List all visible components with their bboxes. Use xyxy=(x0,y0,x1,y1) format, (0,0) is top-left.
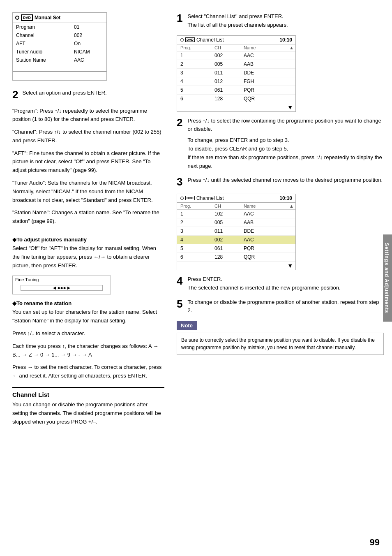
right-column: 1 Select "Channel List" and press ENTER.… xyxy=(173,12,384,544)
program-option-text: "Program": Press ↑/↓ repeatedly to selec… xyxy=(12,107,164,124)
cl-time1: 10:10 xyxy=(279,37,292,43)
cell-name: AAC xyxy=(240,51,277,60)
cell-empty xyxy=(277,253,295,261)
cell-prog: 2 xyxy=(177,218,211,227)
side-tab: Settings and Adjustments xyxy=(383,234,392,322)
cell-empty xyxy=(277,86,295,94)
cell-ch: 011 xyxy=(211,68,240,77)
row-value: On xyxy=(71,39,106,48)
channel-list-intro: You can change or disable the programme … xyxy=(12,401,164,426)
cell-name: AAC xyxy=(240,209,277,218)
channel-list-section-heading: Channel List xyxy=(12,391,164,398)
manual-set-table: Program 01 Channel 002 AFT On Tuner Audi… xyxy=(13,23,106,80)
fine-tuning-bar: ◄ ► xyxy=(21,285,103,291)
table-row: 2 005 AAB xyxy=(177,218,295,227)
table-row: 6 128 QQR xyxy=(177,94,295,103)
step2-right-block: 2 Press ↑/↓ to select the row containing… xyxy=(177,117,384,171)
step3-right-number: 3 xyxy=(177,176,182,188)
cell-empty xyxy=(277,68,295,77)
rename-station-section: ◆To rename the station You can set up to… xyxy=(12,300,164,380)
cell-ch: 061 xyxy=(211,244,240,253)
table-row: Station Name AAC xyxy=(13,56,106,64)
rename-body2: Press ↑/↓ to select a character. xyxy=(12,329,164,338)
step4-content: Press ENTER. The selected channel is ins… xyxy=(187,275,384,292)
circle-icon xyxy=(15,16,19,20)
cell-prog: 5 xyxy=(177,86,211,94)
cl-time2: 10:10 xyxy=(279,195,292,201)
table-row: 4 012 FGH xyxy=(177,77,295,86)
cell-prog: 5 xyxy=(177,244,211,253)
cell-empty xyxy=(277,94,295,103)
table-row xyxy=(13,72,106,81)
cell-empty xyxy=(277,60,295,68)
row-value: NICAM xyxy=(71,48,106,56)
dvd-icon: DVD xyxy=(21,14,33,21)
rename-station-title: ◆To rename the station xyxy=(12,300,164,306)
row-label: AFT xyxy=(13,39,71,48)
fine-tuning-indicator: ◄ ► xyxy=(52,285,71,291)
channel-list-table2: DVD Channel List 10:10 Prog. CH Name ▲ 1… xyxy=(177,194,296,270)
step3-right-block: 3 Press ↑/↓ until the selected channel r… xyxy=(177,176,384,188)
cl-header2: DVD Channel List 10:10 xyxy=(177,194,295,203)
cell-name: FGH xyxy=(240,77,277,86)
cell-name: AAC xyxy=(240,235,277,244)
dot1 xyxy=(58,287,60,289)
rename-body3: Each time you press ↑, the character cha… xyxy=(12,342,164,359)
step2-right-content: Press ↑/↓ to select the row containing t… xyxy=(187,117,384,171)
table-row: Tuner Audio NICAM xyxy=(13,48,106,56)
col-ch: CH xyxy=(211,44,240,51)
table-row: 1 102 AAC xyxy=(177,209,295,218)
step1-block: 1 Select "Channel List" and press ENTER.… xyxy=(177,12,384,30)
cell-name: PQR xyxy=(240,86,277,94)
cl-title1: Channel List xyxy=(196,37,224,43)
scroll-down-arrow: ▼ xyxy=(177,103,295,111)
adjust-pictures-title: ◆To adjust pictures manually xyxy=(12,236,164,243)
scroll-down-arrow2: ▼ xyxy=(177,262,295,270)
step2-sub3: If there are more than six programme pos… xyxy=(187,153,384,171)
cl-title2: Channel List xyxy=(196,195,224,201)
cell-prog: 3 xyxy=(177,68,211,77)
table-row: 3 011 DDE xyxy=(177,227,295,235)
channel-option-text: "Channel": Press ↑/↓ to select the chann… xyxy=(12,128,164,145)
cell-prog: 2 xyxy=(177,60,211,68)
cell-empty xyxy=(277,209,295,218)
cl-table1: Prog. CH Name ▲ 1 002 AAC 2 005 AAB xyxy=(177,44,295,103)
manual-set-box: DVD Manual Set Program 01 Channel 002 AF… xyxy=(12,12,107,81)
left-arrow-icon: ◄ xyxy=(52,285,57,291)
cell-empty xyxy=(277,218,295,227)
step5-text: To change or disable the programme posit… xyxy=(187,298,384,315)
fine-tuning-box: Fine Tuning ◄ ► xyxy=(12,276,111,294)
cell-ch: 061 xyxy=(211,86,240,94)
cell-name: QQR xyxy=(240,94,277,103)
page-number: 99 xyxy=(370,537,380,548)
adjust-pictures-section: ◆To adjust pictures manually Select "Off… xyxy=(12,236,164,270)
step2-sub2: To disable, press CLEAR and go to step 5… xyxy=(187,145,384,153)
row-value: 002 xyxy=(71,31,106,39)
fine-tuning-bar-container: ◄ ► xyxy=(13,283,111,294)
aft-option-text: "AFT": Fine tunes the channel to obtain … xyxy=(12,149,164,175)
table-row xyxy=(13,64,106,72)
manual-set-header: DVD Manual Set xyxy=(13,13,106,23)
manual-set-title: Manual Set xyxy=(35,15,60,21)
cell-name: QQR xyxy=(240,253,277,261)
cell-empty xyxy=(277,235,295,244)
step1-text: Select "Channel List" and press ENTER. xyxy=(187,12,384,21)
step4-block: 4 Press ENTER. The selected channel is i… xyxy=(177,275,384,292)
cl-header1: DVD Channel List 10:10 xyxy=(177,36,295,44)
cell-name: DDE xyxy=(240,68,277,77)
cell-empty xyxy=(277,51,295,60)
row-divider xyxy=(13,64,106,72)
channel-list-table1: DVD Channel List 10:10 Prog. CH Name ▲ 1… xyxy=(177,35,296,112)
step3-right-content: Press ↑/↓ until the selected channel row… xyxy=(187,176,384,185)
step2-sub1: To change, press ENTER and go to step 3. xyxy=(187,136,384,145)
cell-name: PQR xyxy=(240,244,277,253)
adjust-pictures-body: Select "Off" for "AFT" in the display fo… xyxy=(12,244,164,270)
col-name2: Name xyxy=(240,203,277,210)
section-divider xyxy=(12,387,164,388)
step2-number: 2 xyxy=(12,89,18,101)
row-value: 01 xyxy=(71,23,106,31)
step1-subtext: The list of all the preset channels appe… xyxy=(187,21,384,30)
rename-body1: You can set up to four characters for th… xyxy=(12,308,164,325)
row-label: Tuner Audio xyxy=(13,48,71,56)
circle-icon xyxy=(180,38,184,42)
